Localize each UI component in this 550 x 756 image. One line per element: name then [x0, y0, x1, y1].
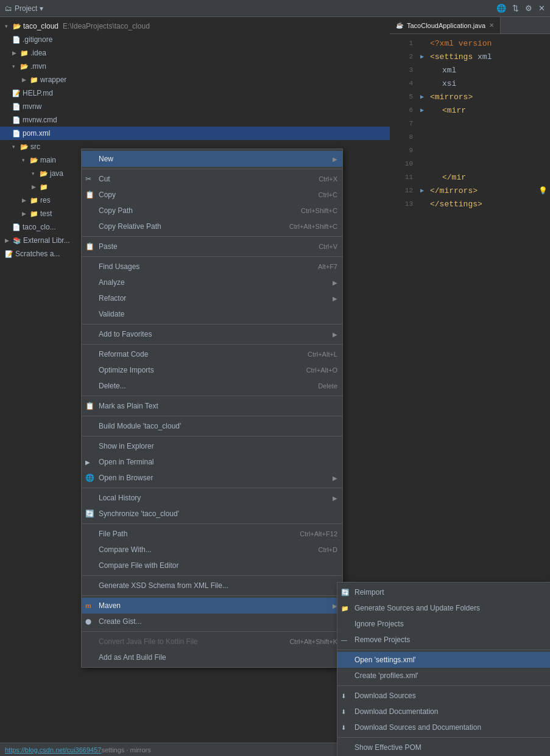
menu-item-local-history[interactable]: Local History ▶: [82, 490, 342, 506]
menu-item-create-gist[interactable]: ⬤ Create Gist...: [82, 614, 342, 629]
submenu-item-label: Remove Projects: [354, 635, 546, 644]
tab-close-icon[interactable]: ✕: [489, 22, 494, 29]
menu-item-generate-xsd[interactable]: Generate XSD Schema from XML File...: [82, 578, 342, 593]
menu-item-open-terminal[interactable]: ▶ Open in Terminal: [82, 454, 342, 470]
menu-item-copy-path[interactable]: Copy Path Ctrl+Shift+C: [82, 203, 342, 219]
tab-label: TacoCloudApplication.java: [407, 22, 485, 29]
menu-item-compare-editor[interactable]: Compare File with Editor: [82, 558, 342, 573]
arrow-icon: ▶: [22, 197, 28, 203]
folder-icon: 📂: [40, 170, 48, 178]
remove-icon: —: [341, 637, 347, 643]
menu-item-label: Reformat Code: [99, 350, 293, 359]
menu-item-open-browser[interactable]: 🌐 Open in Browser ▶: [82, 470, 342, 486]
list-item[interactable]: 📄 mvnw.cmd: [0, 113, 390, 127]
menu-separator: [82, 256, 342, 257]
list-item[interactable]: 📄 .gitignore: [0, 33, 390, 46]
submenu-item-label: Generate Sources and Update Folders: [354, 604, 546, 612]
menu-item-reformat[interactable]: Reformat Code Ctrl+Alt+L: [82, 346, 342, 362]
list-item[interactable]: ▾ 📂 .mvn: [0, 60, 390, 73]
gutter-icon: ▶: [420, 187, 429, 194]
menu-item-copy[interactable]: 📋 Copy Ctrl+C: [82, 187, 342, 203]
menu-separator: [82, 344, 342, 345]
menu-separator: [82, 169, 342, 169]
tree-item-label: main: [40, 156, 56, 164]
submenu-item-ignore[interactable]: Ignore Projects: [337, 616, 550, 632]
menu-item-build-module[interactable]: Build Module 'taco_cloud': [82, 418, 342, 434]
submenu-item-show-effective-pom[interactable]: Show Effective POM: [337, 740, 550, 755]
menu-item-label: Open in Browser: [99, 474, 330, 482]
list-item[interactable]: 📄 mvnw: [0, 100, 390, 113]
submenu-arrow-icon: ▶: [333, 295, 337, 302]
menu-item-show-in-explorer[interactable]: Show in Explorer: [82, 438, 342, 454]
panel-title-label: Project: [15, 4, 37, 13]
menu-item-add-ant[interactable]: Add as Ant Build File: [82, 649, 342, 665]
menu-separator: [82, 416, 342, 416]
download-icon: ⬇: [341, 724, 346, 731]
menu-item-label: Build Module 'taco_cloud': [99, 422, 337, 430]
tree-item-label: .gitignore: [23, 35, 52, 44]
project-panel-title: 🗂 Project ▾: [5, 4, 43, 13]
submenu-arrow-icon: ▶: [333, 156, 337, 163]
close-panel-icon[interactable]: ✕: [538, 4, 545, 13]
arrow-icon: ▾: [12, 144, 18, 150]
dropdown-icon[interactable]: ▾: [40, 4, 43, 13]
submenu-item-download-docs[interactable]: ⬇ Download Documentation: [337, 704, 550, 719]
lightbulb-icon[interactable]: 💡: [538, 186, 548, 195]
menu-item-validate[interactable]: Validate: [82, 306, 342, 322]
submenu-arrow-icon: ▶: [333, 279, 337, 286]
menu-item-maven[interactable]: m Maven ▶: [82, 598, 342, 614]
download-icon: ⬇: [341, 693, 346, 699]
submenu-item-open-settings[interactable]: Open 'settings.xml': [337, 652, 550, 668]
menu-item-delete[interactable]: Delete... Delete: [82, 378, 342, 394]
menu-item-file-path[interactable]: File Path Ctrl+Alt+F12: [82, 526, 342, 542]
settings-icon[interactable]: ⚙: [525, 4, 532, 13]
editor-tab[interactable]: ☕ TacoCloudApplication.java ✕: [390, 17, 501, 33]
code-line: 11 </mir: [390, 170, 550, 184]
code-line: 6 ▶ <mirr: [390, 103, 550, 117]
menu-item-label: Convert Java File to Kotlin File: [99, 637, 275, 646]
menu-item-refactor[interactable]: Refactor ▶: [82, 290, 342, 306]
menu-item-compare-with[interactable]: Compare With... Ctrl+D: [82, 542, 342, 558]
code-line: 9: [390, 144, 550, 157]
submenu-item-reimport[interactable]: 🔄 Reimport: [337, 584, 550, 600]
submenu-item-download-sources[interactable]: ⬇ Download Sources: [337, 688, 550, 704]
menu-item-paste[interactable]: 📋 Paste Ctrl+V: [82, 239, 342, 254]
submenu-item-remove[interactable]: — Remove Projects: [337, 632, 550, 648]
menu-item-label: Find Usages: [99, 262, 303, 271]
swap-icon[interactable]: ⇅: [512, 4, 519, 13]
menu-item-analyze[interactable]: Analyze ▶: [82, 275, 342, 290]
menu-item-synchronize[interactable]: 🔄 Synchronize 'taco_cloud': [82, 506, 342, 522]
menu-item-add-to-favorites[interactable]: Add to Favorites ▶: [82, 326, 342, 342]
submenu-item-create-profiles[interactable]: Create 'profiles.xml': [337, 668, 550, 684]
tree-item-label: Scratches a...: [15, 250, 60, 258]
cut-icon: ✂: [85, 175, 91, 183]
shortcut-label: Ctrl+V: [319, 243, 337, 250]
list-item[interactable]: ▶ 📁 .idea: [0, 46, 390, 60]
menu-item-optimize-imports[interactable]: Optimize Imports Ctrl+Alt+O: [82, 362, 342, 378]
list-item[interactable]: 📝 HELP.md: [0, 86, 390, 100]
menu-item-mark-plain-text[interactable]: 📋 Mark as Plain Text: [82, 398, 342, 414]
submenu-item-generate-sources[interactable]: 📁 Generate Sources and Update Folders: [337, 600, 550, 616]
mark-icon: 📋: [85, 402, 94, 410]
submenu-item-download-sources-docs[interactable]: ⬇ Download Sources and Documentation: [337, 719, 550, 735]
shortcut-label: Ctrl+X: [319, 175, 337, 183]
arrow-icon: ▶: [22, 211, 28, 217]
top-bar-icons: 🌐 ⇅ ⚙ ✕: [496, 4, 545, 13]
file-icon: 📄: [12, 130, 21, 138]
menu-item-cut[interactable]: ✂ Cut Ctrl+X: [82, 171, 342, 187]
menu-item-new[interactable]: New ▶: [82, 151, 342, 167]
list-item[interactable]: ▶ 📁 wrapper: [0, 73, 390, 86]
menu-item-find-usages[interactable]: Find Usages Alt+F7: [82, 259, 342, 275]
pom-xml-item[interactable]: 📄 pom.xml: [0, 127, 390, 140]
menu-separator: [82, 575, 342, 576]
menu-item-label: Compare File with Editor: [99, 561, 337, 570]
tree-root[interactable]: ▾ 📂 taco_cloud E:\IdeaProjects\taco_clou…: [0, 19, 390, 33]
menu-item-label: Generate XSD Schema from XML File...: [99, 581, 337, 590]
menu-item-convert-kotlin: Convert Java File to Kotlin File Ctrl+Al…: [82, 634, 342, 649]
menu-item-copy-relative-path[interactable]: Copy Relative Path Ctrl+Alt+Shift+C: [82, 219, 342, 234]
folder-icon: 📁: [40, 183, 48, 191]
menu-item-label: Refactor: [99, 294, 330, 303]
globe-icon[interactable]: 🌐: [496, 4, 506, 13]
status-url[interactable]: https://blog.csdn.net/cui3669457: [5, 746, 101, 754]
menu-item-label: Analyze: [99, 278, 330, 287]
